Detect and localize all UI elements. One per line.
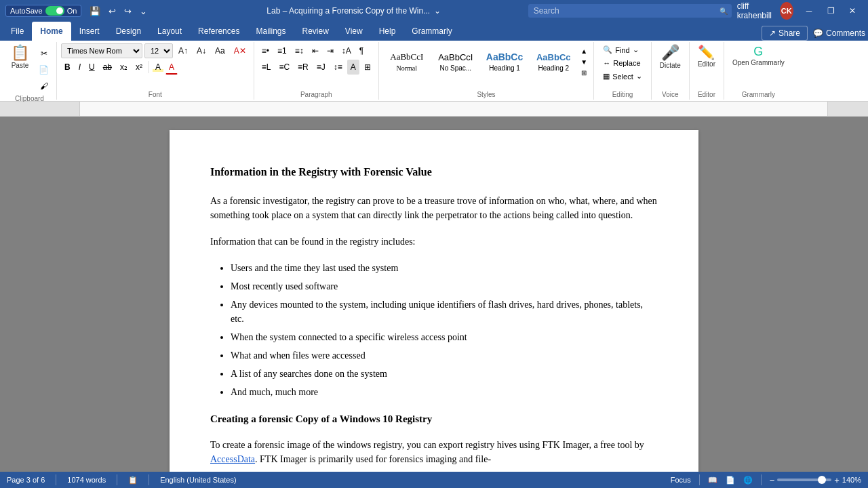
find-dropdown-icon: ⌄: [633, 45, 639, 54]
find-label: Find: [615, 46, 629, 54]
autosave-state: On: [67, 7, 77, 15]
paste-button[interactable]: 📋 Paste: [7, 43, 33, 84]
title-dropdown-icon[interactable]: ⌄: [434, 6, 441, 16]
clipboard-buttons: 📋 Paste ✂ 📄 🖌: [7, 43, 52, 94]
styles-scroll-down-button[interactable]: ▼: [578, 57, 589, 67]
bold-button[interactable]: B: [61, 60, 74, 75]
change-case-button[interactable]: Aa: [212, 43, 229, 58]
share-button[interactable]: ↗ Share: [762, 26, 808, 41]
find-button[interactable]: 🔍 Find ⌄: [598, 43, 647, 56]
tab-references[interactable]: References: [190, 22, 248, 41]
style-heading1[interactable]: AaBbCc Heading 1: [481, 43, 528, 80]
autosave-toggle[interactable]: [45, 6, 64, 16]
ruler: 1 2 3 4: [0, 102, 868, 117]
zoom-in-button[interactable]: +: [834, 475, 840, 485]
styles-scroll-up-button[interactable]: ▲: [578, 46, 589, 56]
multilevel-list-button[interactable]: ≡↕: [292, 43, 307, 58]
tab-layout[interactable]: Layout: [149, 22, 190, 41]
tab-review[interactable]: Review: [294, 22, 336, 41]
status-divider5: [761, 474, 762, 485]
clear-formatting-button[interactable]: A✕: [231, 43, 250, 58]
paste-label: Paste: [12, 62, 29, 70]
close-button[interactable]: ✕: [842, 4, 863, 18]
autosave-badge: AutoSave On: [5, 5, 81, 17]
accessdata-link[interactable]: AccessData: [210, 454, 255, 464]
tab-file[interactable]: File: [3, 22, 32, 41]
cut-button[interactable]: ✂: [35, 46, 52, 61]
style-normal[interactable]: AaBbCcI Normal: [383, 43, 431, 80]
show-formatting-button[interactable]: ¶: [356, 43, 367, 58]
focus-label[interactable]: Focus: [671, 476, 691, 484]
increase-indent-button[interactable]: ⇥: [323, 43, 337, 58]
web-layout-icon[interactable]: 🌐: [743, 476, 753, 485]
increase-font-button[interactable]: A↑: [175, 43, 191, 58]
copy-button[interactable]: 📄: [35, 62, 52, 77]
save-button[interactable]: 💾: [87, 5, 103, 18]
tab-help[interactable]: Help: [371, 22, 404, 41]
select-button[interactable]: ▦ Select ⌄: [598, 70, 647, 83]
format-painter-button[interactable]: 🖌: [35, 79, 52, 94]
tab-home[interactable]: Home: [32, 22, 71, 41]
justify-button[interactable]: ≡J: [313, 60, 329, 75]
numbering-button[interactable]: ≡1: [274, 43, 290, 58]
ribbon-group-grammarly: G Open Grammarly Grammarly: [724, 42, 793, 100]
bullets-button[interactable]: ≡•: [258, 43, 273, 58]
font-row1: Times New Rom 12 A↑ A↓ Aa A✕: [61, 43, 250, 58]
tab-insert[interactable]: Insert: [71, 22, 108, 41]
document-paragraph3: To create a forensic image of the window…: [210, 438, 658, 466]
subscript-button[interactable]: x₂: [117, 60, 131, 75]
editor-button[interactable]: ✏️ Editor: [694, 43, 719, 84]
read-mode-icon[interactable]: 📖: [708, 476, 717, 485]
underline-button[interactable]: U: [85, 60, 98, 75]
align-center-button[interactable]: ≡C: [275, 60, 293, 75]
ribbon-group-font: Times New Rom 12 A↑ A↓ Aa A✕ B I U ab x₂: [57, 42, 254, 100]
redo-button[interactable]: ↪: [121, 5, 134, 18]
zoom-slider[interactable]: [777, 479, 831, 481]
tab-mailings[interactable]: Mailings: [248, 22, 294, 41]
italic-button[interactable]: I: [75, 60, 84, 75]
superscript-button[interactable]: x²: [132, 60, 146, 75]
styles-expand-button[interactable]: ⊞: [578, 68, 589, 78]
font-family-select[interactable]: Times New Rom: [61, 43, 142, 58]
list-item: Users and the time they last used the sy…: [231, 261, 658, 275]
editing-group: 🔍 Find ⌄ ↔ Replace ▦ Select ⌄: [598, 43, 647, 83]
list-item: When the system connected to a specific …: [231, 330, 658, 344]
style-heading2[interactable]: AaBbCc Heading 2: [530, 43, 577, 80]
shading-button[interactable]: A: [347, 60, 359, 75]
zoom-level[interactable]: 140%: [842, 476, 861, 484]
tab-view[interactable]: View: [337, 22, 371, 41]
title-bar: AutoSave On 💾 ↩ ↪ ⌄ Lab – Acquiring a Fo…: [0, 0, 868, 22]
search-input[interactable]: [528, 4, 732, 18]
decrease-font-button[interactable]: A↓: [193, 43, 210, 58]
decrease-indent-button[interactable]: ⇤: [309, 43, 322, 58]
open-grammarly-button[interactable]: G Open Grammarly: [728, 43, 789, 84]
align-right-button[interactable]: ≡R: [294, 60, 312, 75]
select-icon: ▦: [603, 72, 610, 81]
text-highlight-button[interactable]: A: [152, 60, 164, 75]
style-no-space[interactable]: AaBbCcI No Spac...: [432, 43, 479, 80]
align-left-button[interactable]: ≡L: [258, 60, 275, 75]
tab-design[interactable]: Design: [108, 22, 149, 41]
list-item: Most recently used software: [231, 279, 658, 293]
tab-grammarly[interactable]: Grammarly: [403, 22, 460, 41]
dictate-button[interactable]: 🎤 Dictate: [656, 43, 685, 84]
sort-button[interactable]: ↕A: [338, 43, 355, 58]
status-divider2: [117, 474, 117, 485]
font-color-button[interactable]: A: [165, 60, 178, 75]
grammarly-controls: G Open Grammarly: [728, 43, 789, 89]
font-size-select[interactable]: 12: [144, 43, 173, 58]
replace-button[interactable]: ↔ Replace: [598, 57, 647, 69]
minimize-button[interactable]: ─: [799, 4, 819, 18]
borders-button[interactable]: ⊞: [361, 60, 374, 75]
line-spacing-button[interactable]: ↕≡: [330, 60, 346, 75]
autosave-label: AutoSave: [10, 7, 43, 15]
restore-button[interactable]: ❐: [821, 4, 841, 18]
zoom-out-button[interactable]: −: [770, 475, 775, 485]
undo-button[interactable]: ↩: [106, 5, 119, 18]
customize-quick-access-button[interactable]: ⌄: [137, 5, 150, 18]
comments-button[interactable]: 💬 Comments: [813, 28, 865, 38]
voice-controls: 🎤 Dictate: [656, 43, 685, 89]
strikethrough-button[interactable]: ab: [100, 60, 115, 75]
print-layout-icon[interactable]: 📄: [726, 476, 735, 485]
paste-icon: 📋: [11, 45, 29, 60]
